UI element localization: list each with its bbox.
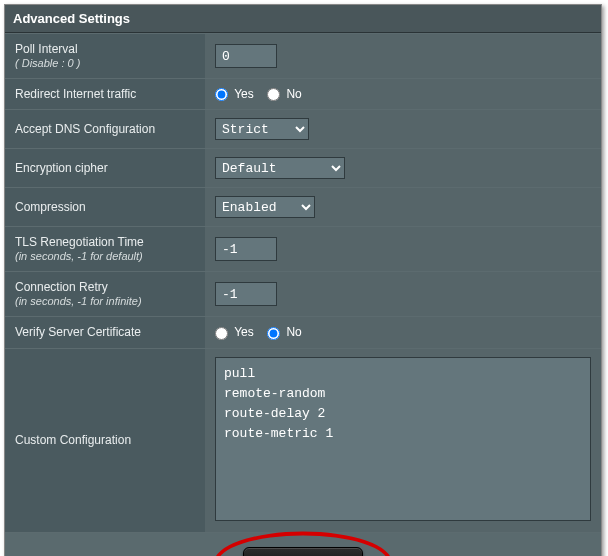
redirect-yes-radio[interactable]	[215, 88, 228, 101]
tls-renegotiation-input[interactable]	[215, 237, 277, 261]
row-verify-cert: Verify Server Certificate Yes No	[5, 317, 601, 348]
encryption-cipher-select[interactable]: Default	[215, 157, 345, 179]
yes-label-2: Yes	[234, 325, 254, 339]
row-poll-interval: Poll Interval ( Disable : 0 )	[5, 34, 601, 79]
connection-retry-label: Connection Retry	[15, 280, 108, 294]
poll-interval-sublabel: ( Disable : 0 )	[15, 57, 80, 69]
encryption-cipher-label: Encryption cipher	[5, 149, 205, 188]
verify-no-radio[interactable]	[267, 327, 280, 340]
redirect-no-option[interactable]: No	[267, 87, 302, 101]
row-tls-renegotiation: TLS Renegotiation Time (in seconds, -1 f…	[5, 227, 601, 272]
settings-table: Poll Interval ( Disable : 0 ) Redirect I…	[5, 33, 601, 533]
connection-retry-input[interactable]	[215, 282, 277, 306]
advanced-settings-panel: Advanced Settings Poll Interval ( Disabl…	[4, 4, 602, 556]
dns-config-select[interactable]: Strict	[215, 118, 309, 140]
compression-label: Compression	[5, 188, 205, 227]
connection-retry-sublabel: (in seconds, -1 for infinite)	[15, 295, 142, 307]
verify-yes-radio[interactable]	[215, 327, 228, 340]
panel-title: Advanced Settings	[5, 5, 601, 33]
footer: Apply	[5, 533, 601, 556]
tls-renegotiation-label: TLS Renegotiation Time	[15, 235, 144, 249]
dns-config-label: Accept DNS Configuration	[5, 110, 205, 149]
row-compression: Compression Enabled	[5, 188, 601, 227]
row-dns-config: Accept DNS Configuration Strict	[5, 110, 601, 149]
redirect-traffic-label: Redirect Internet traffic	[5, 79, 205, 110]
custom-config-textarea[interactable]	[215, 357, 591, 521]
row-connection-retry: Connection Retry (in seconds, -1 for inf…	[5, 272, 601, 317]
poll-interval-label: Poll Interval	[15, 42, 78, 56]
no-label-2: No	[286, 325, 301, 339]
row-redirect-traffic: Redirect Internet traffic Yes No	[5, 79, 601, 110]
no-label: No	[286, 87, 301, 101]
poll-interval-input[interactable]	[215, 44, 277, 68]
verify-cert-label: Verify Server Certificate	[5, 317, 205, 348]
compression-select[interactable]: Enabled	[215, 196, 315, 218]
row-custom-config: Custom Configuration	[5, 348, 601, 532]
yes-label: Yes	[234, 87, 254, 101]
verify-no-option[interactable]: No	[267, 325, 302, 339]
row-encryption-cipher: Encryption cipher Default	[5, 149, 601, 188]
redirect-yes-option[interactable]: Yes	[215, 87, 257, 101]
custom-config-label: Custom Configuration	[5, 348, 205, 532]
apply-button[interactable]: Apply	[243, 547, 363, 556]
verify-yes-option[interactable]: Yes	[215, 325, 257, 339]
tls-renegotiation-sublabel: (in seconds, -1 for default)	[15, 250, 143, 262]
redirect-no-radio[interactable]	[267, 88, 280, 101]
